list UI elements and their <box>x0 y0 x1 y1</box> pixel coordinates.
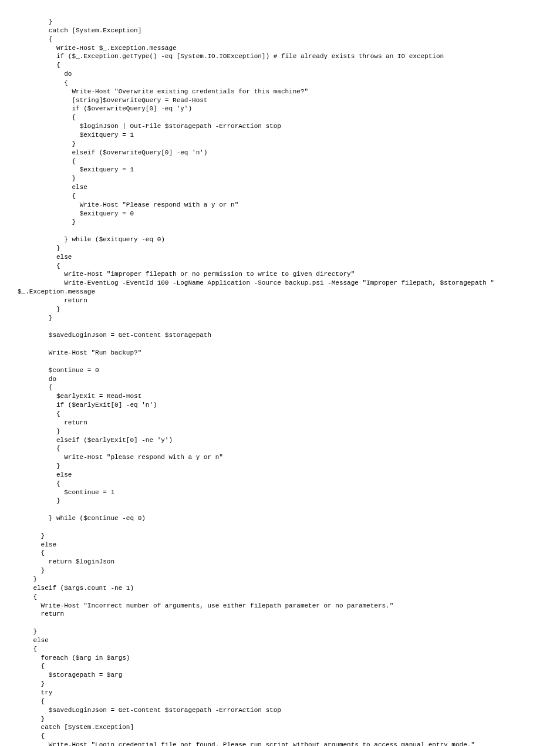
code-block: } catch [System.Exception] { Write-Host … <box>18 18 542 746</box>
